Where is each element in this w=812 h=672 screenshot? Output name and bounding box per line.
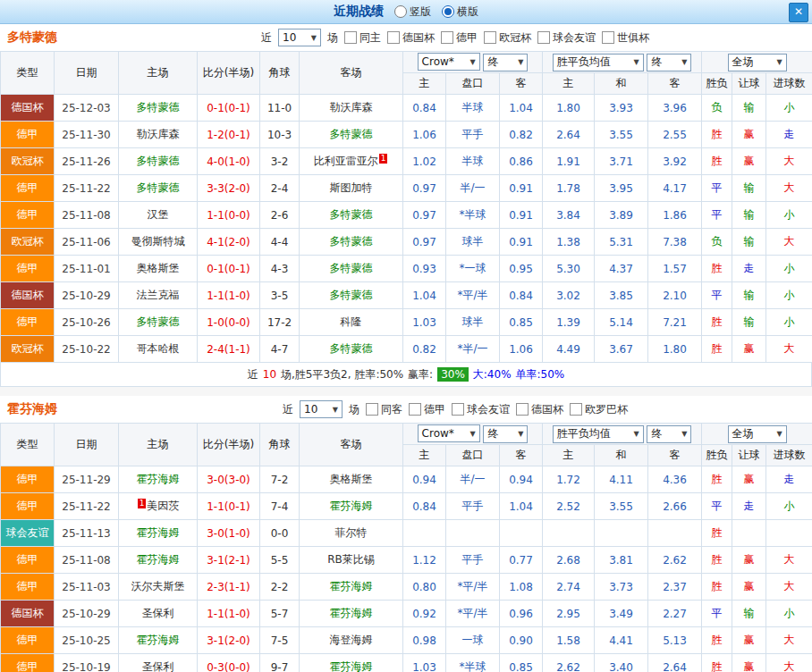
- europe-odds-select[interactable]: 胜平负均值▼: [553, 54, 644, 71]
- eu-draw-cell: 4.37: [595, 256, 648, 282]
- score-cell: 3-0(3-0): [198, 466, 260, 493]
- odds-home-cell: 1.02: [403, 148, 446, 175]
- result-wdl-cell: 胜: [702, 520, 732, 547]
- away-team-cell: 奥格斯堡: [300, 466, 403, 493]
- eu-away-cell: 2.10: [648, 282, 702, 309]
- handicap-cell: 球半: [446, 309, 500, 336]
- period-select[interactable]: 全场▼: [728, 425, 787, 443]
- team-link: 哥本哈根: [137, 342, 180, 355]
- filter-checkbox[interactable]: [366, 403, 378, 416]
- odds-away-cell: 0.85: [500, 654, 543, 672]
- filter-label: 欧冠杯: [499, 30, 531, 46]
- home-team-cell: 哥本哈根: [119, 336, 198, 363]
- layout-radio-horizontal[interactable]: 横版: [442, 4, 478, 20]
- league-cell: 欧冠杯: [1, 336, 55, 363]
- team-section-1: 多特蒙德近10▼场同主德国杯德甲欧冠杯球会友谊世俱杯类型日期主场比分(半场)角球…: [0, 24, 812, 387]
- result-goals-cell: 大: [766, 229, 812, 256]
- radio-unchecked-icon[interactable]: [394, 5, 407, 18]
- page-title: 近期战绩: [334, 4, 384, 20]
- eu-away-cell: 2.62: [648, 547, 702, 574]
- handicap-cell: 半球: [446, 148, 500, 175]
- corners-cell: 9-7: [260, 654, 300, 672]
- corners-cell: 4-4: [260, 229, 300, 256]
- result-group-header: 全场▼: [702, 52, 812, 73]
- date-cell: 25-10-19: [55, 654, 119, 672]
- europe-odds-select[interactable]: 胜平负均值▼: [553, 425, 644, 443]
- result-handicap-cell: 输: [732, 282, 766, 309]
- dropdown-arrow-icon: ▼: [681, 58, 687, 66]
- away-team-cell: 多特蒙德: [300, 229, 403, 256]
- result-goals-cell: [766, 520, 812, 547]
- filter-checkbox[interactable]: [409, 403, 421, 416]
- league-cell: 德甲: [1, 627, 55, 654]
- date-cell: 25-11-01: [55, 256, 119, 282]
- europe-odds-select-value: 胜平负均值: [557, 55, 611, 70]
- handicap-cell: 平手: [446, 122, 500, 148]
- team-link: 圣保利: [142, 660, 174, 672]
- match-row: 德甲25-11-01奥格斯堡0-1(0-1)4-3多特蒙德0.93*一球0.95…: [1, 256, 812, 282]
- summary-over-rate: 大:40%: [473, 367, 512, 382]
- filter-checkbox[interactable]: [570, 403, 582, 416]
- final-odds-select-1[interactable]: 终▼: [483, 54, 528, 71]
- handicap-cell: *平/半: [446, 282, 500, 309]
- home-team-cell: 多特蒙德: [119, 175, 198, 202]
- away-team-cell: 多特蒙德: [300, 336, 403, 363]
- result-handicap-cell: 赢: [732, 336, 766, 363]
- result-goals-cell: 小: [766, 256, 812, 282]
- team-link: 多特蒙德: [330, 208, 373, 221]
- final-odds-select-2[interactable]: 终▼: [647, 54, 691, 71]
- score-cell: 3-0(1-0): [198, 520, 260, 547]
- team-link: 多特蒙德: [137, 181, 180, 194]
- handicap-cell: 平手: [446, 493, 500, 520]
- team-link: 勒沃库森: [137, 128, 180, 140]
- eu-draw-cell: 4.11: [595, 466, 648, 493]
- near-count-select[interactable]: 10▼: [278, 29, 321, 46]
- corners-cell: 4-7: [260, 336, 300, 363]
- home-team-cell: 1美因茨: [119, 493, 198, 520]
- final-odds-select-2[interactable]: 终▼: [647, 425, 691, 443]
- filter-checkbox[interactable]: [344, 31, 357, 44]
- filter-checkbox[interactable]: [452, 403, 464, 416]
- filter-label: 德国杯: [402, 30, 435, 46]
- away-team-cell: 多特蒙德: [300, 122, 403, 148]
- odds-source-select[interactable]: Crow*▼: [418, 53, 480, 71]
- result-wdl-cell: 胜: [702, 122, 732, 148]
- result-wdl-cell: 平: [702, 601, 732, 627]
- filter-label: 德甲: [424, 402, 445, 417]
- result-handicap-cell: 赢: [732, 547, 766, 574]
- final-odds-select-1[interactable]: 终▼: [483, 425, 528, 443]
- result-handicap-cell: 走: [732, 493, 766, 520]
- filter-label: 世俱杯: [617, 30, 649, 46]
- result-goals-cell: 大: [766, 627, 812, 654]
- filter-checkbox[interactable]: [602, 31, 614, 44]
- filter-label: 德国杯: [531, 402, 563, 417]
- handicap-cell: *半球: [446, 654, 500, 672]
- filter-checkbox[interactable]: [516, 403, 529, 416]
- date-cell: 25-10-25: [55, 627, 119, 654]
- date-cell: 25-11-08: [55, 202, 119, 229]
- team-link: 霍芬海姆: [137, 473, 180, 485]
- filter-checkbox[interactable]: [387, 31, 400, 44]
- near-count-select[interactable]: 10▼: [300, 400, 343, 418]
- filter-item: 同主: [344, 30, 381, 46]
- eu-away-cell: 1.86: [648, 202, 702, 229]
- eu-draw-cell: 3.95: [595, 175, 648, 202]
- radio-checked-icon[interactable]: [442, 5, 454, 18]
- team-link: 勒沃库森: [330, 101, 373, 113]
- filter-checkbox[interactable]: [484, 31, 496, 44]
- team-link: 多特蒙德: [137, 155, 180, 167]
- score-cell: 4-1(2-0): [198, 229, 260, 256]
- result-goals-cell: 小: [766, 493, 812, 520]
- match-row: 德甲25-11-221美因茨1-1(0-1)7-4霍芬海姆0.84平手1.042…: [1, 493, 812, 520]
- date-cell: 25-10-29: [55, 282, 119, 309]
- result-handicap-cell: 赢: [732, 148, 766, 175]
- filter-checkbox[interactable]: [537, 31, 550, 44]
- date-cell: 25-11-30: [55, 122, 119, 148]
- filter-checkbox[interactable]: [441, 31, 453, 44]
- odds-source-select[interactable]: Crow*▼: [418, 424, 480, 442]
- close-button[interactable]: ✕: [789, 3, 808, 22]
- odds-group-header: Crow*▼ 终▼: [403, 424, 543, 445]
- eu-home-cell: 2.68: [543, 547, 595, 574]
- period-select[interactable]: 全场▼: [728, 54, 787, 71]
- layout-radio-vertical[interactable]: 竖版: [394, 4, 431, 20]
